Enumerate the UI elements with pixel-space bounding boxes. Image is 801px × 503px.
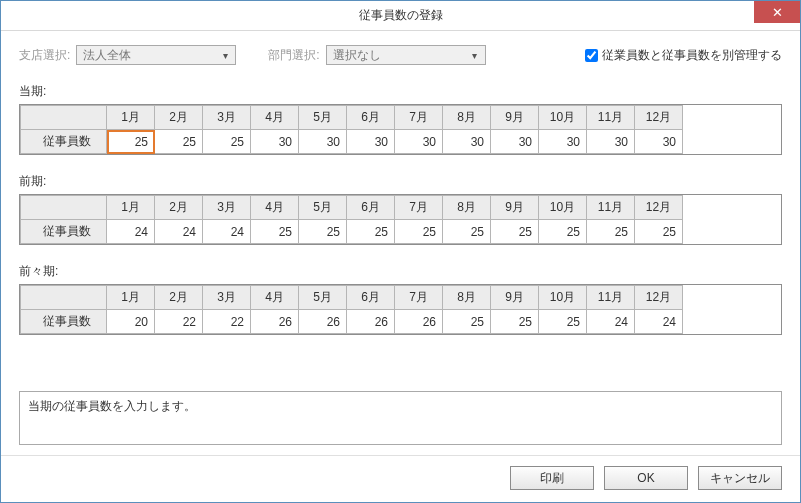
- value-cell[interactable]: 22: [155, 310, 203, 334]
- value-cell[interactable]: 24: [107, 220, 155, 244]
- value-cell[interactable]: 30: [587, 130, 635, 154]
- row-header: 従事員数: [21, 310, 107, 334]
- month-header: 8月: [443, 106, 491, 130]
- month-header: 2月: [155, 106, 203, 130]
- month-header: 12月: [635, 286, 683, 310]
- ok-button[interactable]: OK: [604, 466, 688, 490]
- month-header: 8月: [443, 286, 491, 310]
- month-header: 6月: [347, 196, 395, 220]
- month-header: 10月: [539, 286, 587, 310]
- row-header: 従事員数: [21, 220, 107, 244]
- month-header: 4月: [251, 106, 299, 130]
- row-header: 従事員数: [21, 130, 107, 154]
- month-header: 5月: [299, 106, 347, 130]
- value-cell[interactable]: 26: [299, 310, 347, 334]
- value-cell[interactable]: 26: [347, 310, 395, 334]
- prev-period-grid: 1月2月3月4月5月6月7月8月9月10月11月12月従事員数242424252…: [19, 194, 782, 245]
- prev-period-label: 前期:: [19, 173, 782, 190]
- month-header: 5月: [299, 196, 347, 220]
- branch-select[interactable]: 法人全体 ▾: [76, 45, 236, 65]
- value-cell[interactable]: 24: [635, 310, 683, 334]
- value-cell[interactable]: 25: [635, 220, 683, 244]
- month-header: 4月: [251, 196, 299, 220]
- dept-select-value: 選択なし: [333, 47, 381, 64]
- branch-label: 支店選択:: [19, 47, 70, 64]
- month-header: 7月: [395, 286, 443, 310]
- month-header: 11月: [587, 286, 635, 310]
- prev2-period-grid: 1月2月3月4月5月6月7月8月9月10月11月12月従事員数202222262…: [19, 284, 782, 335]
- dept-select[interactable]: 選択なし ▾: [326, 45, 486, 65]
- value-cell[interactable]: 30: [443, 130, 491, 154]
- month-header: 8月: [443, 196, 491, 220]
- dialog-window: 従事員数の登録 ✕ 支店選択: 法人全体 ▾ 部門選択: 選択なし ▾ 従業員数…: [0, 0, 801, 503]
- month-header: 9月: [491, 286, 539, 310]
- month-header: 9月: [491, 106, 539, 130]
- value-cell[interactable]: 25: [395, 220, 443, 244]
- value-cell[interactable]: 25: [203, 130, 251, 154]
- month-header: 4月: [251, 286, 299, 310]
- value-cell[interactable]: 24: [155, 220, 203, 244]
- value-cell[interactable]: 25: [299, 220, 347, 244]
- month-header: 9月: [491, 196, 539, 220]
- value-cell[interactable]: 30: [491, 130, 539, 154]
- separate-manage-checkbox[interactable]: 従業員数と従事員数を別管理する: [585, 47, 782, 64]
- month-header: 1月: [107, 196, 155, 220]
- separate-manage-checkbox-input[interactable]: [585, 49, 598, 62]
- value-cell[interactable]: 25: [443, 310, 491, 334]
- prev2-period-label: 前々期:: [19, 263, 782, 280]
- value-cell[interactable]: 25: [491, 310, 539, 334]
- month-header: 12月: [635, 196, 683, 220]
- ok-button-label: OK: [637, 471, 654, 485]
- filter-row: 支店選択: 法人全体 ▾ 部門選択: 選択なし ▾ 従業員数と従事員数を別管理す…: [19, 45, 782, 65]
- value-cell[interactable]: 25: [539, 310, 587, 334]
- value-cell[interactable]: 30: [347, 130, 395, 154]
- titlebar: 従事員数の登録 ✕: [1, 1, 800, 31]
- value-cell[interactable]: 25: [251, 220, 299, 244]
- window-title: 従事員数の登録: [359, 7, 443, 24]
- value-cell[interactable]: 26: [251, 310, 299, 334]
- month-header: 10月: [539, 106, 587, 130]
- month-header: 3月: [203, 196, 251, 220]
- month-header: 7月: [395, 196, 443, 220]
- value-cell[interactable]: 22: [203, 310, 251, 334]
- content-area: 支店選択: 法人全体 ▾ 部門選択: 選択なし ▾ 従業員数と従事員数を別管理す…: [1, 31, 800, 455]
- month-header: 10月: [539, 196, 587, 220]
- grid-corner: [21, 196, 107, 220]
- grid-corner: [21, 286, 107, 310]
- month-header: 6月: [347, 286, 395, 310]
- chevron-down-icon: ▾: [467, 50, 483, 61]
- close-button[interactable]: ✕: [754, 1, 800, 23]
- grid-corner: [21, 106, 107, 130]
- button-bar: 印刷 OK キャンセル: [1, 455, 800, 502]
- value-cell[interactable]: 20: [107, 310, 155, 334]
- month-header: 3月: [203, 286, 251, 310]
- value-cell[interactable]: 26: [395, 310, 443, 334]
- month-header: 11月: [587, 106, 635, 130]
- value-cell[interactable]: 25: [443, 220, 491, 244]
- value-cell[interactable]: 30: [299, 130, 347, 154]
- value-cell[interactable]: 30: [395, 130, 443, 154]
- month-header: 1月: [107, 286, 155, 310]
- value-cell[interactable]: 24: [587, 310, 635, 334]
- cancel-button[interactable]: キャンセル: [698, 466, 782, 490]
- value-cell[interactable]: 25: [539, 220, 587, 244]
- value-cell[interactable]: 30: [539, 130, 587, 154]
- value-cell[interactable]: 25: [107, 130, 155, 154]
- hint-text: 当期の従事員数を入力します。: [28, 399, 196, 413]
- month-header: 12月: [635, 106, 683, 130]
- value-cell[interactable]: 30: [635, 130, 683, 154]
- print-button[interactable]: 印刷: [510, 466, 594, 490]
- month-header: 1月: [107, 106, 155, 130]
- value-cell[interactable]: 24: [203, 220, 251, 244]
- current-period-label: 当期:: [19, 83, 782, 100]
- value-cell[interactable]: 25: [491, 220, 539, 244]
- value-cell[interactable]: 30: [251, 130, 299, 154]
- month-header: 11月: [587, 196, 635, 220]
- month-header: 6月: [347, 106, 395, 130]
- hint-box: 当期の従事員数を入力します。: [19, 391, 782, 445]
- value-cell[interactable]: 25: [587, 220, 635, 244]
- chevron-down-icon: ▾: [217, 50, 233, 61]
- month-header: 2月: [155, 286, 203, 310]
- value-cell[interactable]: 25: [155, 130, 203, 154]
- value-cell[interactable]: 25: [347, 220, 395, 244]
